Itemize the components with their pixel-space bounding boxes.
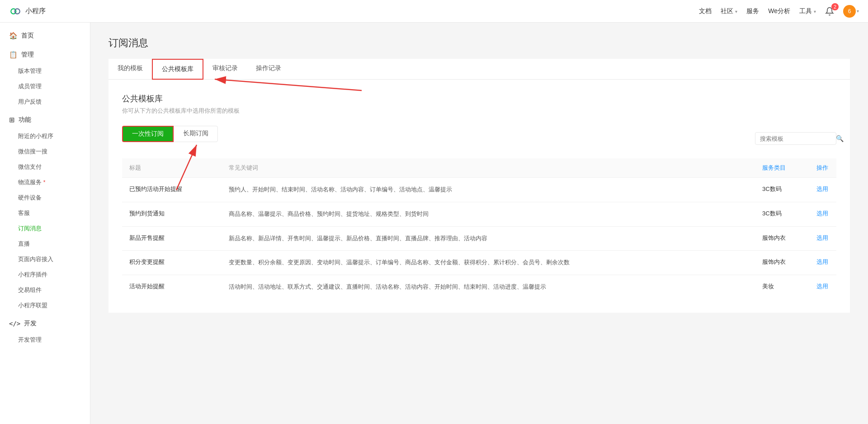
row-keywords-1: 商品名称、温馨提示、商品价格、预约时间、提货地址、规格类型、到货时间 [222, 202, 755, 226]
content-card: 公共模板库 你可从下方的公共模板库中选用你所需的模板 一次性订阅 长期订阅 🔍 … [108, 80, 850, 313]
tab-my-templates[interactable]: 我的模板 [108, 59, 152, 79]
th-service: 服务类目 [755, 158, 809, 178]
logo[interactable]: 小程序 [9, 5, 46, 18]
table-row: 新品开售提醒 新品名称、新品详情、开售时间、温馨提示、新品价格、直播时间、直播品… [122, 226, 836, 251]
top-nav-right: 文档 社区 ▾ 服务 We分析 工具 ▾ 2 6 ▾ [699, 5, 859, 18]
row-service-2: 服饰内衣 [755, 226, 809, 251]
sidebar-item-logistics[interactable]: 物流服务 * [0, 175, 90, 190]
main-content: 订阅消息 我的模板 公共模板库 审核记录 操作记录 公共模板库 你可从下方的公共… [90, 23, 868, 424]
row-service-1: 3C数码 [755, 202, 809, 226]
select-button-2[interactable]: 选用 [816, 234, 828, 241]
row-action-3: 选用 [809, 251, 836, 275]
nav-community[interactable]: 社区 ▾ [721, 7, 737, 15]
row-keywords-0: 预约人、开始时间、结束时间、活动名称、活动内容、订单编号、活动地点、温馨提示 [222, 178, 755, 202]
row-title-4: 活动开始提醒 [122, 275, 222, 299]
search-icon: 🔍 [836, 135, 844, 142]
select-button-0[interactable]: 选用 [816, 186, 828, 192]
sub-tabs-row: 一次性订阅 长期订阅 🔍 [122, 126, 836, 151]
table-row: 预约到货通知 商品名称、温馨提示、商品价格、预约时间、提货地址、规格类型、到货时… [122, 202, 836, 226]
sidebar-item-page-content[interactable]: 页面内容接入 [0, 252, 90, 267]
sidebar-item-dev-management[interactable]: 开发管理 [0, 332, 90, 348]
table-row: 已预约活动开始提醒 预约人、开始时间、结束时间、活动名称、活动内容、订单编号、活… [122, 178, 836, 202]
select-button-4[interactable]: 选用 [816, 283, 828, 290]
logo-text: 小程序 [25, 7, 46, 15]
row-action-1: 选用 [809, 202, 836, 226]
sidebar-item-wechat-pay[interactable]: 微信支付 [0, 159, 90, 175]
sidebar-item-alliance[interactable]: 小程序联盟 [0, 298, 90, 313]
card-subtitle: 你可从下方的公共模板库中选用你所需的模板 [122, 107, 836, 115]
row-action-2: 选用 [809, 226, 836, 251]
sidebar-item-feedback[interactable]: 用户反馈 [0, 94, 90, 110]
sub-tabs: 一次性订阅 长期订阅 [122, 126, 218, 142]
sidebar-item-version[interactable]: 版本管理 [0, 63, 90, 79]
template-table: 标题 常见关键词 服务类目 操作 已预约活动开始提醒 预约人、开始时间、结束时间… [122, 158, 836, 299]
sidebar-item-home[interactable]: 🏠 首页 [0, 27, 90, 44]
nav-tools[interactable]: 工具 ▾ [799, 7, 816, 15]
management-icon: 📋 [9, 51, 18, 59]
table-row: 活动开始提醒 活动时间、活动地址、联系方式、交通建议、直播时间、活动名称、活动内… [122, 275, 836, 299]
sidebar-item-subscription[interactable]: 订阅消息 [0, 221, 90, 236]
search-input[interactable] [760, 135, 836, 142]
main-tabs: 我的模板 公共模板库 审核记录 操作记录 [108, 59, 850, 80]
sidebar-item-plugin[interactable]: 小程序插件 [0, 267, 90, 282]
nav-we-analysis[interactable]: We分析 [768, 7, 790, 15]
row-keywords-2: 新品名称、新品详情、开售时间、温馨提示、新品价格、直播时间、直播品牌、推荐理由、… [222, 226, 755, 251]
template-table-body: 已预约活动开始提醒 预约人、开始时间、结束时间、活动名称、活动内容、订单编号、活… [122, 178, 836, 299]
sidebar-features-title[interactable]: ⊞ 功能 [0, 111, 90, 129]
sidebar-section-dev: </> 开发 开发管理 [0, 315, 90, 348]
avatar-area[interactable]: 6 ▾ [843, 5, 859, 18]
row-service-4: 美妆 [755, 275, 809, 299]
row-keywords-4: 活动时间、活动地址、联系方式、交通建议、直播时间、活动名称、活动内容、开始时间、… [222, 275, 755, 299]
select-button-3[interactable]: 选用 [816, 258, 828, 265]
row-keywords-3: 变更数量、积分余额、变更原因、变动时间、温馨提示、订单编号、商品名称、支付金额、… [222, 251, 755, 275]
table-row: 积分变更提醒 变更数量、积分余额、变更原因、变动时间、温馨提示、订单编号、商品名… [122, 251, 836, 275]
row-title-1: 预约到货通知 [122, 202, 222, 226]
sidebar-item-nearby[interactable]: 附近的小程序 [0, 129, 90, 144]
logo-icon [9, 5, 22, 18]
dev-icon: </> [9, 320, 20, 327]
sidebar-item-live[interactable]: 直播 [0, 236, 90, 252]
search-box: 🔍 [755, 132, 836, 145]
row-action-0: 选用 [809, 178, 836, 202]
sidebar-dev-title[interactable]: </> 开发 [0, 315, 90, 332]
notification-badge: 2 [831, 3, 839, 10]
row-title-0: 已预约活动开始提醒 [122, 178, 222, 202]
svg-point-1 [15, 9, 20, 14]
sidebar: 🏠 首页 📋 管理 版本管理 成员管理 用户反馈 ⊞ 功能 [0, 23, 90, 424]
th-title: 标题 [122, 158, 222, 178]
th-action: 操作 [809, 158, 836, 178]
table-header: 标题 常见关键词 服务类目 操作 [122, 158, 836, 178]
top-nav: 小程序 文档 社区 ▾ 服务 We分析 工具 ▾ 2 6 ▾ [0, 0, 868, 23]
sidebar-section-features: ⊞ 功能 附近的小程序 微信搜一搜 微信支付 物流服务 * 硬件设备 客服 订阅… [0, 111, 90, 313]
row-service-0: 3C数码 [755, 178, 809, 202]
sidebar-section-management: 📋 管理 版本管理 成员管理 用户反馈 [0, 46, 90, 110]
sidebar-item-members[interactable]: 成员管理 [0, 79, 90, 94]
layout: 🏠 首页 📋 管理 版本管理 成员管理 用户反馈 ⊞ 功能 [0, 23, 868, 424]
nav-service[interactable]: 服务 [746, 7, 759, 15]
sidebar-item-trade[interactable]: 交易组件 [0, 282, 90, 298]
tab-public-library[interactable]: 公共模板库 [152, 59, 203, 80]
select-button-1[interactable]: 选用 [816, 210, 828, 217]
row-title-3: 积分变更提醒 [122, 251, 222, 275]
sidebar-item-wechat-search[interactable]: 微信搜一搜 [0, 144, 90, 159]
sidebar-item-hardware[interactable]: 硬件设备 [0, 190, 90, 205]
sidebar-management-title[interactable]: 📋 管理 [0, 46, 90, 63]
tab-review-records[interactable]: 审核记录 [203, 59, 247, 79]
row-action-4: 选用 [809, 275, 836, 299]
sub-tab-long-term[interactable]: 长期订阅 [174, 126, 218, 142]
sidebar-home-section: 🏠 首页 [0, 27, 90, 44]
row-title-2: 新品开售提醒 [122, 226, 222, 251]
row-service-3: 服饰内衣 [755, 251, 809, 275]
features-icon: ⊞ [9, 116, 15, 124]
card-title: 公共模板库 [122, 93, 836, 104]
user-avatar: 6 [843, 5, 856, 18]
notification-bell[interactable]: 2 [825, 7, 834, 16]
home-icon: 🏠 [9, 32, 18, 40]
sidebar-item-customer-service[interactable]: 客服 [0, 205, 90, 221]
sub-tab-one-time[interactable]: 一次性订阅 [122, 126, 174, 142]
page-title: 订阅消息 [108, 36, 850, 50]
tab-operation-records[interactable]: 操作记录 [247, 59, 290, 79]
nav-docs[interactable]: 文档 [699, 7, 712, 15]
th-keywords: 常见关键词 [222, 158, 755, 178]
